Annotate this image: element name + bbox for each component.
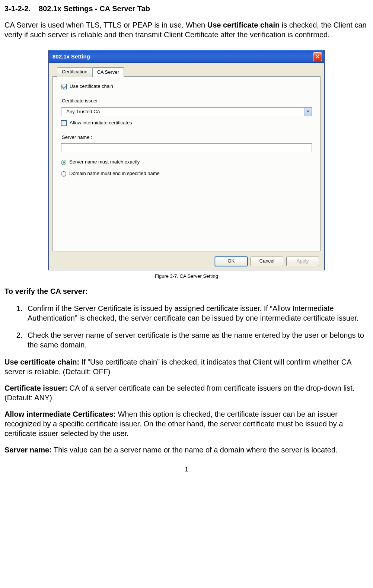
radio-exact-label: Server name must match exactly: [69, 159, 140, 165]
tab-panel: Use certificate chain Certificate issuer…: [52, 76, 321, 251]
cert-issuer-value: - Any Trusted CA -: [61, 108, 304, 116]
radio-domain-row: Domain name must end in specified name: [61, 171, 312, 177]
ok-button-label: OK: [228, 258, 235, 264]
step-2: Check the server name of server certific…: [25, 330, 369, 350]
tabs-row: Certification CA Server: [52, 67, 321, 76]
server-name-input[interactable]: [61, 143, 312, 152]
cert-issuer-dropdown[interactable]: - Any Trusted CA -: [61, 107, 312, 116]
ok-button[interactable]: OK: [215, 257, 248, 266]
figure-caption: Figure 3-7. CA Server Setting: [4, 273, 369, 280]
use-cert-chain-checkbox[interactable]: [61, 84, 67, 89]
allow-intermediate-label: Allow intermidiate certificates: [70, 120, 132, 126]
def-cert-issuer-label: Certificate issuer:: [4, 384, 67, 392]
def-allow-inter: Allow intermediate Certificates: When th…: [4, 409, 369, 438]
allow-intermediate-row: Allow intermidiate certificates: [61, 120, 312, 126]
cert-issuer-label: Certificate issuer :: [62, 98, 312, 104]
section-title: 802.1x Settings - CA Server Tab: [39, 4, 150, 13]
def-server-name-label: Server name:: [4, 446, 52, 454]
def-use-chain: Use certificate chain: If “Use certifica…: [4, 357, 369, 376]
radio-exact[interactable]: [61, 160, 66, 165]
page-number: 1: [4, 466, 369, 474]
dropdown-button[interactable]: [304, 108, 312, 116]
titlebar: 802.1x Setting: [49, 50, 324, 63]
window-title: 802.1x Setting: [52, 53, 90, 60]
tab-certification-label: Certification: [62, 69, 87, 74]
use-cert-chain-label: Use certificate chain: [70, 83, 113, 90]
cancel-button[interactable]: Cancel: [251, 257, 283, 266]
steps-list: Confirm if the Server Certificate is iss…: [25, 303, 369, 350]
tab-ca-server-label: CA Server: [97, 69, 119, 75]
radio-exact-row: Server name must match exactly: [61, 159, 312, 165]
radio-domain-label: Domain name must end in specified name: [69, 171, 160, 177]
button-row: OK Cancel Apply: [215, 257, 319, 266]
server-name-label: Server name :: [62, 134, 312, 141]
intro-paragraph: CA Server is used when TLS, TTLS or PEAP…: [4, 20, 369, 39]
close-button[interactable]: [313, 52, 322, 61]
step-1: Confirm if the Server Certificate is iss…: [25, 303, 369, 323]
dialog-client-area: Certification CA Server Use certificate …: [49, 63, 324, 270]
def-cert-issuer: Certificate issuer: CA of a server certi…: [4, 383, 369, 403]
intro-pre: CA Server is used when TLS, TTLS or PEAP…: [4, 21, 207, 29]
def-server-name-text: This value can be a server name or the n…: [52, 446, 338, 454]
apply-button[interactable]: Apply: [286, 257, 319, 266]
def-use-chain-label: Use certificate chain:: [4, 358, 79, 366]
dialog-figure: 802.1x Setting Certification CA Server U…: [48, 50, 325, 270]
section-heading: 3-1-2-2.802.1x Settings - CA Server Tab: [4, 4, 369, 13]
section-number: 3-1-2-2.: [4, 4, 31, 13]
def-allow-inter-label: Allow intermediate Certificates:: [4, 410, 116, 418]
apply-button-label: Apply: [297, 258, 309, 264]
verify-heading: To verify the CA server:: [4, 286, 369, 296]
close-icon: [315, 54, 320, 59]
chevron-down-icon: [306, 111, 310, 113]
dialog-window: 802.1x Setting Certification CA Server U…: [48, 50, 325, 270]
tab-ca-server[interactable]: CA Server: [92, 67, 124, 77]
intro-bold: Use certificate chain: [207, 21, 280, 29]
def-server-name: Server name: This value can be a server …: [4, 445, 369, 455]
use-cert-chain-row: Use certificate chain: [61, 83, 312, 90]
allow-intermediate-checkbox[interactable]: [61, 120, 67, 126]
cancel-button-label: Cancel: [259, 258, 274, 264]
tab-certification[interactable]: Certification: [57, 67, 92, 77]
radio-domain[interactable]: [61, 171, 66, 177]
